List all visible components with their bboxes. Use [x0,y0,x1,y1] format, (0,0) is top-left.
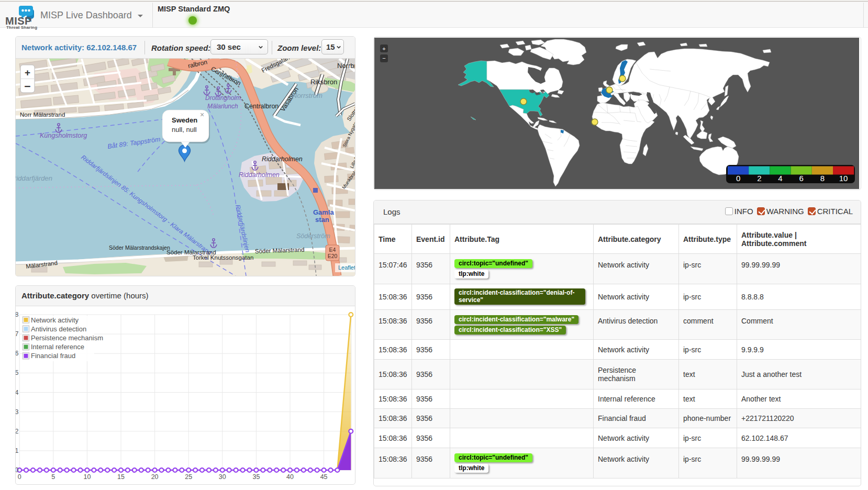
svg-text:Sweden: Sweden [172,116,197,124]
svg-text:20: 20 [151,473,159,481]
svg-text:+: + [382,46,385,52]
svg-text:E20: E20 [328,253,338,259]
svg-text:45: 45 [320,473,328,481]
svg-text:Norrbr: Norrbr [337,62,355,70]
svg-text:8: 8 [820,174,825,183]
svg-text:Riddarfjärden: Riddarfjärden [16,174,52,182]
svg-text:Antivirus detection: Antivirus detection [31,325,86,333]
svg-text:+: + [25,67,30,78]
svg-text:10: 10 [839,174,848,183]
svg-text:30: 30 [219,473,226,481]
svg-text:Threat Sharing: Threat Sharing [6,25,37,30]
svg-text:40: 40 [286,473,294,481]
svg-text:5: 5 [16,369,19,376]
svg-text:6: 6 [16,350,19,357]
svg-text:×: × [200,110,204,119]
svg-text:Torkel Knutssonsgatan: Torkel Knutssonsgatan [193,254,253,261]
svg-text:4: 4 [778,174,782,183]
svg-text:null, null: null, null [172,126,197,133]
svg-text:0: 0 [18,473,21,481]
svg-text:0: 0 [736,174,740,183]
svg-text:8: 8 [16,311,19,318]
svg-text:stan: stan [315,216,329,224]
svg-text:Riddarholmen: Riddarholmen [239,171,280,179]
svg-text:Leaflet: Leaflet [338,264,355,271]
svg-text:35: 35 [252,473,260,481]
svg-text:4: 4 [16,389,19,396]
svg-text:6: 6 [799,174,804,183]
svg-text:10: 10 [83,473,91,481]
svg-text:Norr Mälarstrand: Norr Mälarstrand [20,112,65,118]
svg-text:Persistence mechanism: Persistence mechanism [31,334,103,342]
svg-text:Drottingholm,: Drottingholm, [205,94,242,102]
svg-text:25: 25 [185,473,192,481]
svg-text:1: 1 [16,447,19,454]
svg-text:Riddarholmen: Riddarholmen [262,155,303,163]
svg-text:Centralbron: Centralbron [244,103,279,110]
svg-text:Mälarlunch: Mälarlunch [207,103,238,110]
svg-text:2: 2 [16,428,19,435]
svg-text:Internal reference: Internal reference [31,343,84,351]
svg-text:2: 2 [757,174,761,183]
svg-text:E4: E4 [329,247,336,253]
svg-text:Riksbron: Riksbron [310,78,337,86]
svg-text:Söder Mälarstrandskajen: Söder Mälarstrandskajen [109,244,170,251]
svg-text:Kungsholmstorg: Kungsholmstorg [40,132,87,139]
svg-text:−: − [382,55,385,61]
svg-text:15: 15 [117,473,125,481]
svg-text:Norrström: Norrström [292,92,322,99]
svg-text:Söderström: Söderström [296,232,330,240]
svg-text:5: 5 [51,473,55,481]
svg-text:0: 0 [16,466,19,474]
svg-text:7: 7 [16,330,19,338]
svg-text:Financial fraud: Financial fraud [31,352,75,360]
svg-text:3: 3 [16,408,19,416]
svg-text:Network activity: Network activity [31,316,79,324]
svg-text:Gamla: Gamla [313,208,335,216]
svg-text:−: − [24,80,30,92]
